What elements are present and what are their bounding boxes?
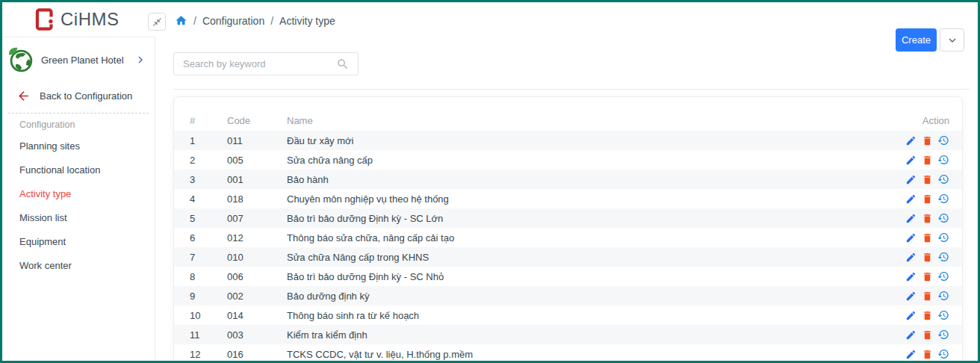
edit-button[interactable]: [905, 193, 917, 205]
table-row: 5 007 Bảo trì bảo dưỡng Định kỳ - SC Lớn: [174, 208, 962, 228]
row-actions: [905, 154, 949, 166]
edit-pencil-icon: [905, 252, 917, 263]
delete-button[interactable]: [921, 154, 933, 166]
row-name: Đầu tư xây mới: [287, 135, 905, 146]
chevron-right-icon: [134, 53, 147, 66]
sidebar-section-label: Configuration: [19, 120, 75, 130]
edit-button[interactable]: [905, 270, 917, 282]
history-button[interactable]: [937, 193, 949, 205]
row-name: Thông báo sửa chữa, nâng cấp cải tạo: [287, 232, 905, 243]
logo-row: CiHMS: [2, 2, 155, 37]
breadcrumb-item-configuration[interactable]: Configuration: [202, 15, 264, 27]
row-index: 2: [190, 155, 227, 166]
breadcrumb-item-activity-type: Activity type: [279, 15, 335, 27]
row-code: 010: [227, 252, 287, 263]
row-actions: [905, 173, 949, 185]
delete-button[interactable]: [921, 348, 933, 360]
edit-button[interactable]: [905, 329, 917, 341]
search-icon[interactable]: [336, 58, 350, 71]
table-row: 2 005 Sửa chữa nâng cấp: [174, 150, 962, 170]
edit-button[interactable]: [905, 212, 917, 224]
create-button[interactable]: Create: [896, 28, 937, 52]
hotel-name: Green Planet Hotel: [41, 55, 134, 66]
history-button[interactable]: [937, 154, 949, 166]
row-code: 016: [227, 349, 287, 360]
back-link-label: Back to Configuration: [40, 90, 132, 102]
delete-trash-icon: [922, 232, 933, 243]
history-clock-icon: [937, 348, 949, 360]
create-dropdown-button[interactable]: [940, 28, 964, 52]
home-icon[interactable]: [175, 14, 187, 27]
delete-button[interactable]: [921, 309, 933, 321]
history-button[interactable]: [937, 270, 949, 282]
edit-button[interactable]: [905, 348, 917, 360]
delete-trash-icon: [922, 213, 933, 224]
history-clock-icon: [937, 173, 949, 185]
delete-button[interactable]: [921, 232, 933, 243]
row-actions: [905, 193, 949, 205]
row-actions: [905, 232, 949, 243]
sidebar-collapse-button[interactable]: [148, 13, 166, 31]
table-row: 10 014 Thông báo sinh ra từ kế hoạch: [174, 305, 962, 325]
table-row: 12 016 TCKS CCDC, vật tư v. liệu, H.thốn…: [174, 344, 962, 363]
delete-button[interactable]: [921, 173, 933, 185]
edit-button[interactable]: [905, 232, 917, 243]
delete-button[interactable]: [921, 329, 933, 341]
edit-button[interactable]: [905, 173, 917, 185]
history-button[interactable]: [937, 173, 949, 185]
delete-button[interactable]: [921, 270, 933, 282]
row-index: 6: [190, 232, 227, 243]
delete-trash-icon: [922, 155, 933, 166]
delete-button[interactable]: [921, 251, 933, 263]
sidebar-divider: [8, 113, 149, 114]
sidebar-nav-item-label: Planning sites: [19, 140, 80, 152]
sidebar-nav-item-label: Equipment: [19, 236, 66, 247]
sidebar-nav-item-label: Activity type: [19, 188, 71, 199]
history-button[interactable]: [937, 212, 949, 224]
sidebar-nav-item-label: Mission list: [19, 212, 67, 223]
history-button[interactable]: [937, 134, 949, 146]
sidebar-item-equipment[interactable]: Equipment: [2, 229, 155, 253]
row-code: 001: [227, 174, 287, 185]
edit-button[interactable]: [905, 251, 917, 263]
delete-button[interactable]: [921, 212, 933, 224]
history-button[interactable]: [937, 251, 949, 263]
chevron-down-icon: [946, 34, 959, 47]
history-button[interactable]: [937, 329, 949, 341]
row-actions: [905, 251, 949, 263]
delete-button[interactable]: [921, 193, 933, 205]
hotel-selector[interactable]: Green Planet Hotel: [2, 43, 155, 76]
table-row: 4 018 Chuyên môn nghiệp vụ theo hệ thống: [174, 189, 962, 208]
history-button[interactable]: [937, 290, 949, 302]
sidebar-item-planning-sites[interactable]: Planning sites: [2, 134, 155, 158]
breadcrumb-separator: /: [270, 15, 273, 27]
history-button[interactable]: [937, 309, 949, 321]
sidebar-item-functional-location[interactable]: Functional location: [2, 158, 155, 182]
delete-button[interactable]: [921, 290, 933, 302]
history-button[interactable]: [937, 348, 949, 360]
edit-button[interactable]: [905, 134, 917, 146]
row-code: 006: [227, 271, 287, 282]
delete-trash-icon: [922, 135, 933, 146]
table-body: 1 011 Đầu tư xây mới 2 005 Sửa chữa nâ: [174, 131, 962, 363]
edit-pencil-icon: [905, 193, 917, 205]
row-code: 002: [227, 291, 287, 302]
delete-button[interactable]: [921, 134, 933, 146]
sidebar-item-activity-type[interactable]: Activity type: [2, 182, 155, 205]
edit-button[interactable]: [905, 309, 917, 321]
app-logo-text: CiHMS: [61, 9, 120, 30]
history-clock-icon: [937, 309, 949, 321]
row-index: 8: [190, 271, 227, 282]
edit-button[interactable]: [905, 290, 917, 302]
edit-pencil-icon: [905, 349, 917, 360]
search-input[interactable]: [174, 58, 336, 69]
table-row: 8 006 Bảo trì bảo dưỡng Định kỳ - SC Nhỏ: [174, 267, 962, 286]
row-index: 11: [190, 329, 227, 341]
sidebar-item-work-center[interactable]: Work center: [2, 253, 155, 277]
sidebar-border: [155, 37, 155, 361]
row-actions: [905, 329, 949, 341]
sidebar-item-mission-list[interactable]: Mission list: [2, 205, 155, 229]
edit-button[interactable]: [905, 154, 917, 166]
history-button[interactable]: [937, 232, 949, 243]
back-to-configuration-link[interactable]: Back to Configuration: [2, 84, 155, 107]
